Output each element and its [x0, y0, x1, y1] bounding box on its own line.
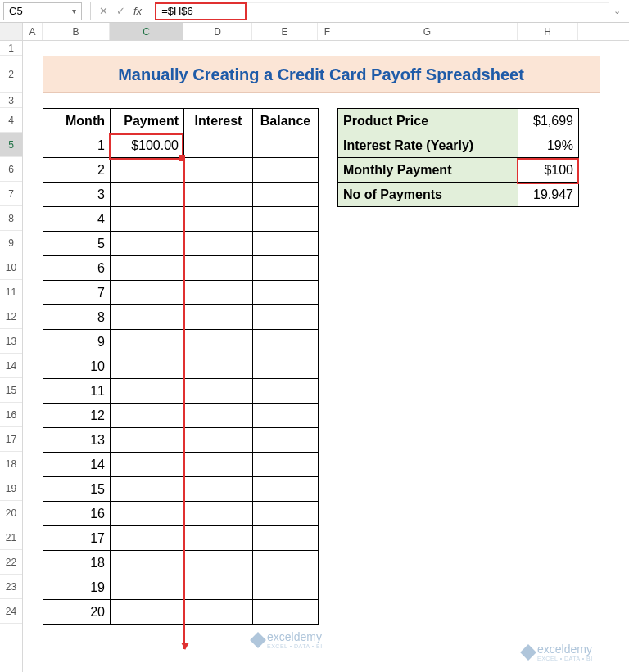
row-header-13[interactable]: 13 [0, 329, 22, 354]
row-header-19[interactable]: 19 [0, 476, 22, 501]
cell-payment[interactable] [111, 256, 184, 281]
expand-formula-icon[interactable]: ⌄ [609, 6, 626, 16]
cell-interest[interactable] [184, 551, 253, 575]
col-header-G[interactable]: G [337, 23, 518, 40]
param-label[interactable]: Product Price [338, 109, 518, 133]
cell-balance[interactable] [253, 453, 319, 477]
row-header-22[interactable]: 22 [0, 550, 22, 575]
cell-month[interactable]: 5 [43, 232, 111, 256]
row-header-14[interactable]: 14 [0, 354, 22, 378]
cell-balance[interactable] [253, 256, 319, 281]
row-header-7[interactable]: 7 [0, 182, 22, 206]
cell-payment[interactable] [111, 575, 184, 600]
cell-interest[interactable] [184, 600, 253, 625]
cancel-icon[interactable]: ✕ [99, 5, 108, 17]
cell-balance[interactable] [253, 477, 319, 502]
enter-icon[interactable]: ✓ [116, 5, 125, 17]
row-header-20[interactable]: 20 [0, 501, 22, 525]
cell-month[interactable]: 11 [43, 379, 111, 404]
cell-month[interactable]: 6 [43, 256, 111, 281]
cell-month[interactable]: 2 [43, 158, 111, 183]
cell-interest[interactable] [184, 428, 253, 453]
param-label[interactable]: Monthly Payment [338, 158, 518, 183]
cell-month[interactable]: 9 [43, 330, 111, 354]
cell-balance[interactable] [253, 551, 319, 575]
formula-input-extend[interactable] [247, 2, 609, 20]
cell-payment[interactable] [111, 158, 184, 183]
cell-month[interactable]: 1 [43, 133, 111, 158]
cell-interest[interactable] [184, 183, 253, 207]
cell-payment[interactable] [111, 207, 184, 232]
cell-month[interactable]: 7 [43, 281, 111, 305]
cell-balance[interactable] [253, 183, 319, 207]
row-header-4[interactable]: 4 [0, 108, 22, 133]
cell-balance[interactable] [253, 207, 319, 232]
cell-interest[interactable] [184, 281, 253, 305]
col-header-A[interactable]: A [23, 23, 43, 40]
cell-payment[interactable] [111, 330, 184, 354]
row-header-6[interactable]: 6 [0, 157, 22, 182]
col-header-F[interactable]: F [318, 23, 337, 40]
cell-month[interactable]: 19 [43, 575, 111, 600]
cell-balance[interactable] [253, 232, 319, 256]
row-header-23[interactable]: 23 [0, 575, 22, 599]
cell-interest[interactable] [184, 404, 253, 428]
name-box[interactable]: C5 ▾ [3, 2, 82, 20]
cell-interest[interactable] [184, 354, 253, 379]
cell-interest[interactable] [184, 232, 253, 256]
col-header-E[interactable]: E [252, 23, 318, 40]
cell-balance[interactable] [253, 158, 319, 183]
param-value[interactable]: 19.947 [518, 183, 579, 207]
cell-payment[interactable] [111, 502, 184, 526]
chevron-down-icon[interactable]: ▾ [72, 7, 76, 16]
cell-payment[interactable] [111, 281, 184, 305]
cell-payment[interactable] [111, 600, 184, 625]
cell-payment[interactable] [111, 183, 184, 207]
row-header-11[interactable]: 11 [0, 280, 22, 304]
param-label[interactable]: No of Payments [338, 183, 518, 207]
cell-balance[interactable] [253, 404, 319, 428]
hdr-month[interactable]: Month [43, 109, 111, 133]
fx-icon[interactable]: fx [133, 5, 142, 17]
param-value[interactable]: $1,699 [518, 109, 579, 133]
hdr-balance[interactable]: Balance [253, 109, 319, 133]
row-header-17[interactable]: 17 [0, 427, 22, 452]
row-header-16[interactable]: 16 [0, 403, 22, 427]
cell-payment[interactable] [111, 404, 184, 428]
row-header-3[interactable]: 3 [0, 93, 22, 108]
hdr-payment[interactable]: Payment [111, 109, 184, 133]
row-header-9[interactable]: 9 [0, 231, 22, 255]
cell-month[interactable]: 17 [43, 526, 111, 551]
col-header-H[interactable]: H [518, 23, 578, 40]
cell-month[interactable]: 14 [43, 453, 111, 477]
row-header-18[interactable]: 18 [0, 452, 22, 476]
cell-interest[interactable] [184, 305, 253, 330]
row-header-12[interactable]: 12 [0, 304, 22, 329]
cell-month[interactable]: 20 [43, 600, 111, 625]
cell-payment[interactable] [111, 477, 184, 502]
cell-month[interactable]: 3 [43, 183, 111, 207]
cell-interest[interactable] [184, 526, 253, 551]
cell-payment[interactable] [111, 232, 184, 256]
row-header-8[interactable]: 8 [0, 206, 22, 231]
cell-month[interactable]: 4 [43, 207, 111, 232]
cell-month[interactable]: 12 [43, 404, 111, 428]
cell-balance[interactable] [253, 133, 319, 158]
cell-month[interactable]: 8 [43, 305, 111, 330]
cell-interest[interactable] [184, 379, 253, 404]
row-header-24[interactable]: 24 [0, 599, 22, 624]
cell-month[interactable]: 10 [43, 354, 111, 379]
cell-payment[interactable] [111, 526, 184, 551]
formula-input[interactable]: =$H$6 [155, 2, 247, 20]
cell-payment[interactable]: $100.00 [111, 133, 184, 158]
cell-payment[interactable] [111, 305, 184, 330]
col-header-D[interactable]: D [183, 23, 252, 40]
cell-interest[interactable] [184, 207, 253, 232]
cell-payment[interactable] [111, 453, 184, 477]
row-header-21[interactable]: 21 [0, 525, 22, 550]
col-header-C[interactable]: C [110, 23, 183, 40]
row-header-15[interactable]: 15 [0, 378, 22, 403]
select-all-corner[interactable] [0, 23, 22, 41]
cell-balance[interactable] [253, 281, 319, 305]
hdr-interest[interactable]: Interest [184, 109, 253, 133]
